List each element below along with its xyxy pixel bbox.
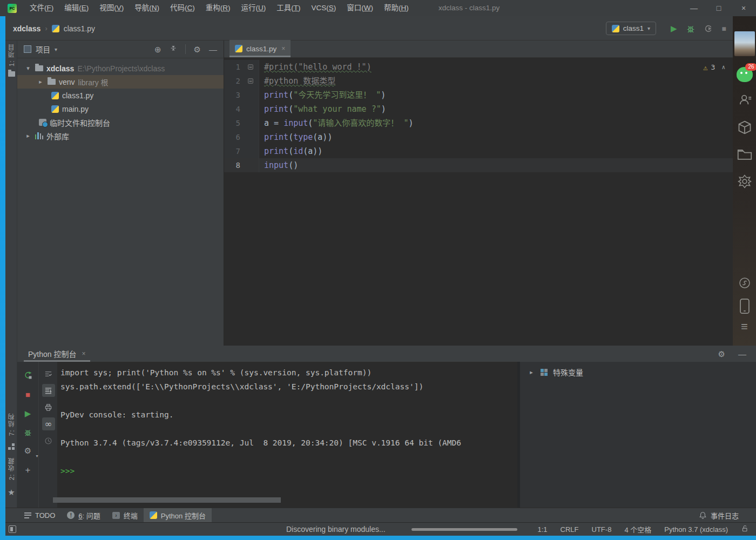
event-log-button[interactable]: 事件日志	[699, 510, 739, 521]
editor-area: class1.py × 1−#print("hello word !")2−#p…	[224, 40, 733, 346]
desktop-wallpaper-bottom	[0, 536, 756, 540]
fold-marker-icon[interactable]: −	[248, 64, 253, 70]
rerun-button[interactable]	[22, 369, 35, 382]
tree-row-scratches[interactable]: 临时文件和控制台	[17, 116, 224, 129]
debug-button[interactable]	[686, 24, 695, 33]
menu-item[interactable]: 工具(T)	[271, 0, 306, 16]
line-separator[interactable]: CRLF	[561, 525, 579, 534]
interpreter[interactable]: Python 3.7 (xdclass)	[664, 525, 728, 534]
status-bar: Discovering binary modules... 1:1 CRLF U…	[5, 522, 756, 536]
tool-window-toggle-icon[interactable]	[9, 525, 16, 533]
chevron-down-icon[interactable]: ▾	[24, 65, 32, 72]
attach-debugger-button[interactable]	[22, 426, 35, 438]
menu-item[interactable]: VCS(S)	[306, 0, 342, 16]
python-console-bottom-tab[interactable]: Python 控制台	[144, 508, 212, 523]
tool-stripe-project[interactable]: 1: 项目	[5, 44, 17, 77]
phone-icon[interactable]	[733, 298, 756, 314]
gear-icon[interactable]: ⚙	[194, 45, 201, 53]
gear-icon[interactable]: ⚙	[718, 350, 725, 358]
favorites-stripe-label[interactable]: 2: 收藏	[7, 457, 16, 480]
menu-bar: 文件(F)编辑(E)视图(V)导航(N)代码(C)重构(R)运行(U)工具(T)…	[24, 0, 414, 16]
python-file-icon	[51, 92, 59, 99]
new-console-button[interactable]: +	[22, 463, 35, 476]
tree-row-xdclass[interactable]: ▾ xdclass E:\PythonProjects\xdclass	[17, 62, 224, 75]
scroll-to-end-icon[interactable]	[42, 384, 55, 397]
file-encoding[interactable]: UTF-8	[592, 525, 612, 534]
history-icon[interactable]	[42, 434, 55, 447]
menu-item[interactable]: 编辑(E)	[59, 0, 94, 16]
special-variables-row[interactable]: ▸ 特殊变量	[520, 362, 756, 377]
show-variables-icon[interactable]: ∞	[42, 417, 55, 430]
project-stripe-label[interactable]: 1: 项目	[7, 44, 16, 66]
desktop-photo-thumbnail[interactable]	[734, 31, 755, 56]
todo-tab[interactable]: TODO	[18, 508, 61, 523]
close-button[interactable]: ×	[731, 0, 756, 16]
terminal-tab[interactable]: › 终端	[106, 508, 144, 523]
close-tab-icon[interactable]: ×	[82, 350, 85, 357]
tree-row-external-libraries[interactable]: ▸ 外部库	[17, 129, 224, 143]
minimize-button[interactable]: —	[681, 0, 706, 16]
pycharm-logo-icon[interactable]: PC	[8, 4, 17, 13]
breadcrumb-file[interactable]: class1.py	[64, 24, 95, 33]
menu-item[interactable]: 导航(N)	[129, 0, 165, 16]
inspection-widget[interactable]: ⚠ 3 ∧	[703, 63, 725, 71]
indent-setting[interactable]: 4 个空格	[624, 524, 651, 535]
breadcrumb-project[interactable]: xdclass	[13, 24, 40, 33]
project-panel-title[interactable]: 项目	[36, 44, 50, 55]
coverage-button[interactable]	[704, 24, 713, 33]
menu-item[interactable]: 代码(C)	[165, 0, 200, 16]
console-horizontal-scrollbar[interactable]	[53, 497, 281, 503]
soft-wrap-icon[interactable]	[42, 367, 55, 380]
code-line: 1−#print("hello word !")	[224, 60, 733, 74]
run-configuration-select[interactable]: class1 ▾	[606, 22, 656, 35]
chevron-down-icon: ▾	[647, 25, 650, 31]
maximize-button[interactable]: □	[706, 0, 731, 16]
fold-marker-icon[interactable]: −	[248, 78, 253, 84]
chevron-right-icon[interactable]: ▸	[528, 369, 535, 376]
tree-row-venv[interactable]: ▸ venv library 根	[17, 75, 224, 89]
tree-row-class1[interactable]: class1.py	[17, 89, 224, 102]
print-icon[interactable]	[42, 401, 55, 414]
settings-flower-icon[interactable]	[737, 174, 752, 191]
stop-console-button[interactable]: ■	[22, 388, 35, 401]
chevron-down-icon[interactable]: ▾	[55, 46, 57, 52]
problems-tab[interactable]: ! 6: 问题	[61, 508, 106, 523]
hide-panel-icon[interactable]: —	[209, 45, 217, 53]
locate-file-icon[interactable]: ⊕	[154, 45, 161, 53]
folder-icon[interactable]	[737, 148, 752, 163]
python-console-tab[interactable]: Python 控制台 ×	[24, 346, 90, 362]
menu-item[interactable]: 窗口(W)	[341, 0, 379, 16]
chevron-right-icon[interactable]: ▸	[24, 132, 32, 139]
menu-item[interactable]: 文件(F)	[24, 0, 59, 16]
wechat-icon[interactable]: 26	[737, 67, 753, 82]
menu-item[interactable]: 帮助(H)	[379, 0, 414, 16]
contacts-icon[interactable]	[738, 93, 752, 109]
chevron-up-icon[interactable]: ∧	[721, 64, 725, 71]
tree-row-main[interactable]: main.py	[17, 102, 224, 116]
chevron-right-icon[interactable]: ▸	[37, 78, 44, 85]
menu-item[interactable]: 运行(U)	[236, 0, 272, 16]
code-line: 3print("今天先学习到这里！ ")	[224, 88, 733, 102]
structure-stripe-label[interactable]: 7: 结构	[7, 413, 16, 436]
caret-position[interactable]: 1:1	[538, 525, 548, 534]
stop-button[interactable]: ■	[722, 25, 726, 32]
title-bar: PC 文件(F)编辑(E)视图(V)导航(N)代码(C)重构(R)运行(U)工具…	[0, 0, 756, 16]
code-editor[interactable]: 1−#print("hello word !")2−#python 数据类型3p…	[224, 58, 733, 172]
editor-tab-class1[interactable]: class1.py ×	[230, 40, 291, 57]
screen-share-icon[interactable]	[733, 276, 756, 289]
run-button[interactable]: ▶	[671, 24, 677, 32]
hide-panel-icon[interactable]: —	[738, 350, 746, 358]
menu-item[interactable]: 重构(R)	[200, 0, 236, 16]
pycharm-window: PC 文件(F)编辑(E)视图(V)导航(N)代码(C)重构(R)运行(U)工具…	[0, 0, 756, 540]
menu-item[interactable]: 视图(V)	[94, 0, 129, 16]
collapse-all-icon[interactable]	[170, 44, 177, 54]
warning-count: 3	[711, 63, 716, 71]
console-header: Python 控制台 × ⚙ —	[17, 346, 756, 362]
hamburger-menu-icon[interactable]: ≡	[733, 320, 756, 334]
cube-icon[interactable]	[737, 120, 752, 137]
lock-icon[interactable]	[741, 524, 748, 534]
execute-button[interactable]: ▶	[22, 407, 35, 420]
console-settings-icon[interactable]: ⚙	[22, 444, 35, 457]
close-tab-icon[interactable]: ×	[281, 45, 285, 52]
console-output[interactable]: import sys; print('Python %s on %s' % (s…	[57, 362, 535, 508]
